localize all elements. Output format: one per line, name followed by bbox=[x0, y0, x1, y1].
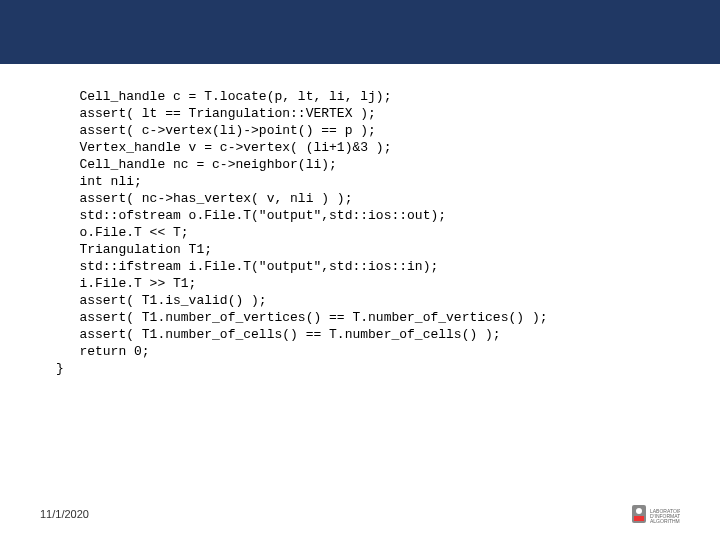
code-line: Cell_handle c = T.locate(p, lt, li, lj); bbox=[56, 89, 391, 104]
logo: LABORATOIRE D'INFORMATIQUE ALGORITHMES bbox=[632, 503, 680, 525]
code-line: Cell_handle nc = c->neighbor(li); bbox=[56, 157, 337, 172]
code-line: i.File.T >> T1; bbox=[56, 276, 196, 291]
code-line: assert( c->vertex(li)->point() == p ); bbox=[56, 123, 376, 138]
code-line: assert( nc->has_vertex( v, nli ) ); bbox=[56, 191, 352, 206]
code-line: assert( T1.is_valid() ); bbox=[56, 293, 267, 308]
code-line: o.File.T << T; bbox=[56, 225, 189, 240]
footer: 11/1/2020 LABORATOIRE D'INFORMATIQUE ALG… bbox=[40, 502, 680, 526]
svg-text:ALGORITHMES: ALGORITHMES bbox=[650, 518, 680, 524]
svg-rect-1 bbox=[634, 516, 644, 521]
code-line: Triangulation T1; bbox=[56, 242, 212, 257]
logo-icon: LABORATOIRE D'INFORMATIQUE ALGORITHMES bbox=[632, 503, 680, 525]
code-line: assert( T1.number_of_cells() == T.number… bbox=[56, 327, 501, 342]
code-line: std::ofstream o.File.T("output",std::ios… bbox=[56, 208, 446, 223]
code-line: assert( T1.number_of_vertices() == T.num… bbox=[56, 310, 547, 325]
title-bar bbox=[0, 0, 720, 64]
svg-point-2 bbox=[636, 508, 642, 514]
code-line: int nli; bbox=[56, 174, 142, 189]
code-line: } bbox=[56, 361, 64, 376]
code-line: return 0; bbox=[56, 344, 150, 359]
code-line: assert( lt == Triangulation::VERTEX ); bbox=[56, 106, 376, 121]
slide-date: 11/1/2020 bbox=[40, 508, 89, 520]
code-line: std::ifstream i.File.T("output",std::ios… bbox=[56, 259, 438, 274]
slide: Cell_handle c = T.locate(p, lt, li, lj);… bbox=[0, 0, 720, 540]
code-block: Cell_handle c = T.locate(p, lt, li, lj);… bbox=[56, 88, 696, 377]
code-line: Vertex_handle v = c->vertex( (li+1)&3 ); bbox=[56, 140, 391, 155]
